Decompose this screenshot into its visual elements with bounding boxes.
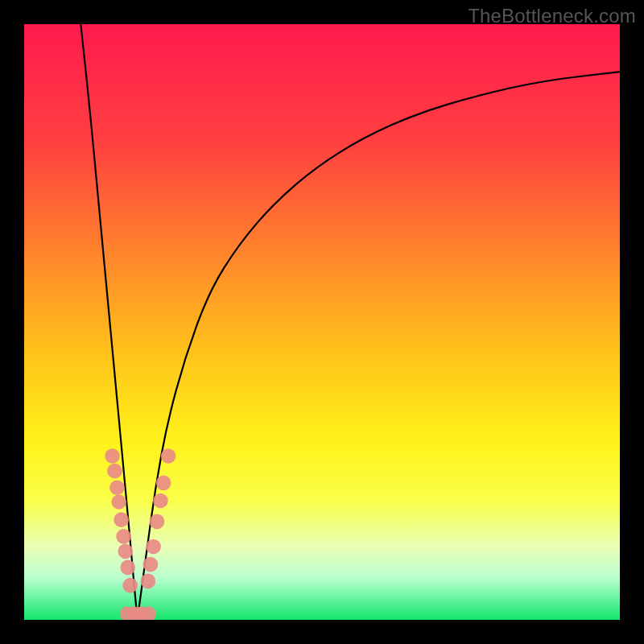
plot-area — [24, 24, 620, 620]
data-marker — [141, 574, 156, 589]
data-marker — [122, 578, 138, 593]
chart-frame: TheBottleneck.com — [0, 0, 644, 644]
data-marker — [146, 539, 161, 555]
data-marker — [161, 448, 176, 464]
gradient-background — [24, 24, 620, 620]
data-marker — [150, 514, 165, 530]
data-marker — [120, 560, 135, 576]
chart-canvas — [24, 24, 620, 620]
watermark-text: TheBottleneck.com — [468, 5, 636, 27]
data-marker — [118, 544, 133, 559]
data-marker — [107, 464, 122, 479]
data-marker — [111, 494, 126, 510]
data-marker — [114, 512, 129, 527]
data-marker — [153, 493, 168, 509]
data-marker — [143, 557, 159, 572]
data-marker — [105, 448, 120, 464]
data-marker — [116, 529, 131, 544]
data-marker — [156, 475, 171, 490]
data-marker — [109, 480, 125, 495]
